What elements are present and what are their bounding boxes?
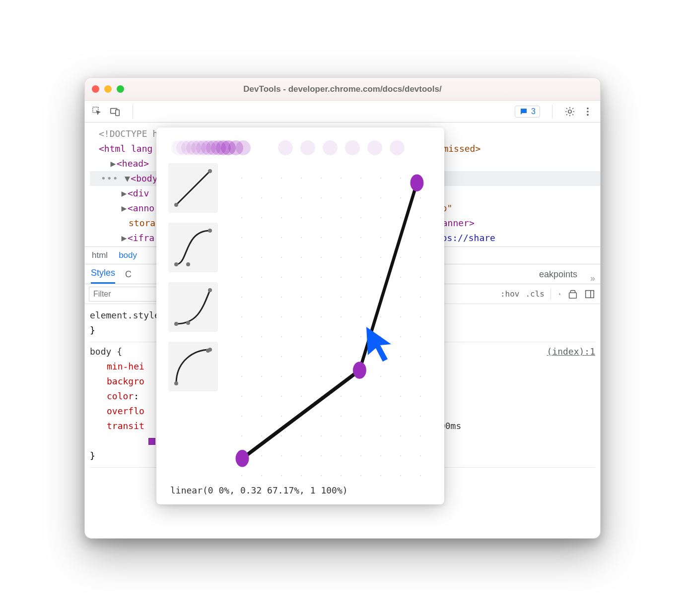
svg-line-9 [176,171,210,205]
svg-rect-2 [116,110,119,116]
preview-ball [390,140,405,155]
tab-computed[interactable]: C [125,269,132,284]
easing-control-point[interactable] [410,174,423,191]
svg-point-20 [208,348,212,352]
preview-ball [236,140,251,155]
svg-point-13 [186,262,190,266]
toolbar: 3 [85,101,600,123]
cursor-pointer-icon [364,324,399,364]
devtools-window: DevTools - developer.chrome.com/docs/dev… [84,77,601,539]
preview-ball [367,140,382,155]
titlebar: DevTools - developer.chrome.com/docs/dev… [85,78,600,101]
close-button[interactable] [92,85,99,93]
svg-point-3 [568,110,571,113]
window-title: DevTools - developer.chrome.com/docs/dev… [85,84,600,94]
feedback-badge[interactable]: 3 [515,106,540,118]
property-transition[interactable]: transit [107,421,144,431]
easing-presets [168,163,218,478]
preview-ball [345,140,360,155]
property-min-height[interactable]: min-hei [107,361,144,371]
svg-point-6 [587,114,589,116]
easing-control-point[interactable] [236,450,249,467]
minimize-button[interactable] [104,85,112,93]
preset-ease-in[interactable] [168,282,218,332]
svg-rect-8 [586,290,594,298]
inspect-icon[interactable] [92,106,103,117]
svg-point-14 [208,229,212,233]
rule-source-link[interactable]: (index):1 [547,344,595,359]
breadcrumb-body[interactable]: body [119,250,137,260]
traffic-lights [92,85,124,93]
feedback-icon [519,107,528,116]
preview-ball [323,140,338,155]
svg-point-15 [174,322,178,326]
hov-toggle[interactable]: :hov [500,289,520,299]
easing-control-point[interactable] [353,362,366,378]
feedback-count: 3 [531,107,536,116]
svg-point-17 [208,288,212,292]
settings-icon[interactable] [564,106,575,117]
easing-preview [171,137,429,158]
preset-ease-in-out[interactable] [168,223,218,272]
device-toggle-icon[interactable] [110,106,121,117]
toggle-sidebar-icon[interactable] [584,289,595,300]
svg-point-10 [174,203,178,207]
computed-styles-icon[interactable] [567,289,578,300]
easing-swatch-icon[interactable] [148,438,155,445]
svg-point-11 [208,169,212,173]
svg-point-16 [186,321,190,325]
svg-rect-7 [569,293,577,298]
tabs-overflow-icon[interactable]: » [590,273,594,284]
preset-ease-out[interactable] [168,342,218,391]
kebab-menu-icon[interactable] [582,106,593,117]
tab-styles[interactable]: Styles [91,268,115,284]
filter-input[interactable] [89,287,158,302]
cls-toggle[interactable]: .cls [525,289,545,299]
maximize-button[interactable] [117,85,124,93]
new-style-rule-icon[interactable] [550,289,561,300]
preset-linear[interactable] [168,163,218,213]
easing-canvas[interactable] [227,163,432,478]
property-color[interactable]: color [107,391,134,401]
svg-point-18 [174,381,178,385]
preview-ball [300,140,315,155]
preview-ball [278,140,293,155]
svg-point-12 [174,262,178,266]
tab-breakpoints[interactable]: eakpoints [539,269,577,284]
property-overflow[interactable]: overflo [107,406,144,416]
breadcrumb-html[interactable]: html [92,250,108,260]
easing-editor-popover: linear(0 0%, 0.32 67.17%, 1 100%) [156,127,444,504]
svg-point-5 [587,111,589,113]
svg-point-4 [587,107,589,109]
property-background[interactable]: backgro [107,376,144,386]
easing-readout: linear(0 0%, 0.32 67.17%, 1 100%) [168,478,432,496]
